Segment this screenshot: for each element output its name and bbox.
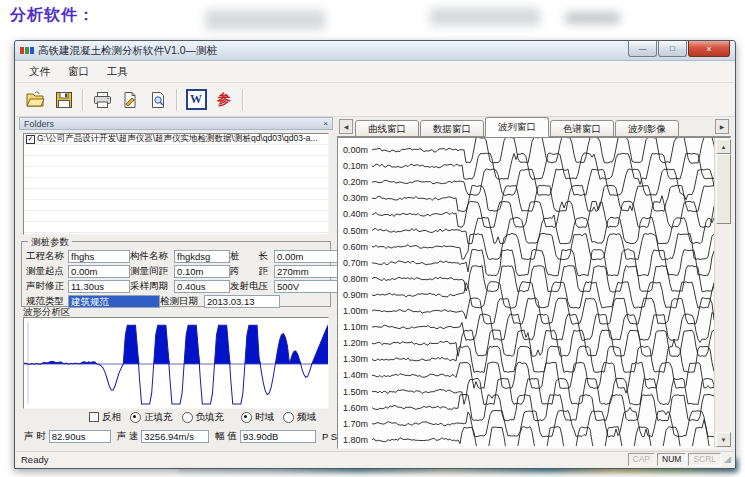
analysis-waveform [24, 318, 328, 408]
list-row [24, 178, 328, 189]
folders-panel-header: Folders × [19, 117, 333, 130]
time-domain-radio-wrap: 时域 [241, 411, 274, 424]
depth-label: 1.30m [343, 354, 373, 364]
scroll-down-icon[interactable]: ▼ [716, 432, 731, 447]
measure-interval-field[interactable]: 0.10m [174, 265, 230, 278]
tab-wave-train-image[interactable]: 波列影像 [615, 120, 679, 137]
page-magnifier-icon [149, 91, 167, 109]
maximize-button[interactable]: □ [658, 41, 687, 57]
fill-negative-radio[interactable] [182, 412, 193, 423]
lock-num: NUM [657, 453, 686, 466]
amplitude-field[interactable]: 93.90dB [240, 430, 316, 443]
waveform-analysis-canvas[interactable] [23, 317, 329, 409]
measure-start-label: 测量起点 [26, 265, 68, 278]
tab-scroll-left-icon[interactable]: ◀ [339, 119, 353, 134]
amplitude-label: 幅 值 [215, 430, 237, 443]
depth-label: 0.90m [343, 290, 373, 300]
folders-panel-title: Folders [24, 119, 54, 129]
depth-label: 0.10m [343, 161, 373, 171]
pile-length-label: 桩 长 [230, 250, 274, 263]
title-bar[interactable]: 高铁建混凝土检测分析软件V1.0—测桩 — □ × [15, 41, 735, 61]
depth-label: 0.30m [343, 193, 373, 203]
tab-spectrum-window[interactable]: 色谱窗口 [550, 120, 614, 137]
fill-positive-radio[interactable] [130, 412, 141, 423]
depth-label: 1.70m [343, 419, 373, 429]
depth-label: 1.50m [343, 387, 373, 397]
depth-label: 0.40m [343, 209, 373, 219]
open-file-button[interactable] [22, 87, 50, 113]
time-domain-radio[interactable] [241, 412, 252, 423]
toolbar-separator [242, 89, 244, 111]
test-date-field[interactable]: 2013.03.13 [204, 295, 280, 308]
menu-file[interactable]: 文件 [20, 63, 59, 81]
tab-strip: ◀曲线窗口数据窗口波列窗口色谱窗口波列影像▶ [337, 117, 731, 137]
background-smudge [565, 12, 620, 24]
transmit-voltage-label: 发射电压 [230, 280, 274, 293]
param-row: 规范类型建筑规范检测日期2013.03.13 [26, 294, 330, 308]
vertical-scrollbar[interactable]: ▲ ▼ [714, 138, 730, 448]
background-smudge [430, 8, 540, 26]
list-row [24, 211, 328, 222]
transmit-voltage-field[interactable]: 500V [274, 280, 340, 293]
standard-type-field[interactable]: 建筑规范 [68, 295, 160, 308]
measure-start-field[interactable]: 0.00m [68, 265, 130, 278]
depth-label: 0.80m [343, 274, 373, 284]
word-export-button[interactable]: W [182, 87, 210, 113]
depth-label: 1.80m [343, 435, 373, 445]
menu-tools[interactable]: 工具 [98, 63, 137, 81]
sound-time-correction-label: 声时修正 [26, 280, 68, 293]
span-distance-field[interactable]: 270mm [274, 265, 340, 278]
sound-time-correction-field[interactable]: 11.30us [68, 280, 130, 293]
list-row [24, 145, 328, 156]
pile-length-field[interactable]: 0.00m [274, 250, 340, 263]
time-domain-radio-label: 时域 [255, 411, 274, 424]
app-icon [20, 47, 34, 54]
parameters-button[interactable]: 参 [210, 87, 238, 113]
folder-checkbox[interactable]: ✓ [26, 135, 35, 144]
status-bar: Ready CAPNUMSCRL ◢ [16, 451, 734, 466]
invert-checkbox-wrap: 反相 [89, 411, 121, 424]
fill-positive-radio-label: 正填充 [144, 411, 173, 424]
list-row [24, 167, 328, 178]
depth-label: 1.40m [343, 370, 373, 380]
scroll-up-icon[interactable]: ▲ [716, 139, 731, 154]
sound-time-field[interactable]: 82.90us [49, 430, 111, 443]
printer-icon [93, 91, 112, 109]
tab-scroll-right-icon[interactable]: ▶ [715, 119, 729, 134]
invert-checkbox[interactable] [89, 412, 99, 422]
depth-label: 0.70m [343, 258, 373, 268]
sampling-period-field[interactable]: 0.40us [174, 280, 230, 293]
freq-domain-radio-label: 频域 [297, 411, 316, 424]
close-button[interactable]: × [688, 41, 730, 57]
freq-domain-radio[interactable] [283, 412, 294, 423]
resize-grip[interactable]: ◢ [724, 454, 731, 464]
folder-item[interactable]: ✓G:\公司产品设计开发\超声仪器\超声仪实地检测数据\测桩qd\qd03\qd… [24, 134, 328, 145]
export-report-button[interactable] [116, 87, 144, 113]
folders-list[interactable]: ✓G:\公司产品设计开发\超声仪器\超声仪实地检测数据\测桩qd\qd03\qd… [23, 133, 329, 235]
print-button[interactable] [88, 87, 116, 113]
scrollbar-thumb[interactable] [716, 154, 731, 224]
project-name-field[interactable]: fhghs [68, 250, 130, 263]
tab-data-window[interactable]: 数据窗口 [420, 120, 484, 137]
tab-wave-train-window[interactable]: 波列窗口 [485, 117, 549, 137]
preview-button[interactable] [144, 87, 172, 113]
param-row: 工程名称fhghs构件名称fhgkdsg桩 长0.00m [26, 249, 330, 263]
save-button[interactable] [50, 87, 78, 113]
pile-params-group: 测桩参数 工程名称fhghs构件名称fhgkdsg桩 长0.00m测量起点0.0… [21, 241, 331, 307]
project-name-label: 工程名称 [26, 250, 68, 263]
list-row [24, 233, 328, 235]
tab-curve-window[interactable]: 曲线窗口 [355, 120, 419, 137]
window-title: 高铁建混凝土检测分析软件V1.0—测桩 [38, 44, 217, 58]
screenshot-root: 分析软件： 高铁建混凝土检测分析软件V1.0—测桩 — □ × 文件窗口工具 [0, 0, 745, 477]
list-row [24, 189, 328, 200]
component-name-field[interactable]: fhgkdsg [174, 250, 230, 263]
lock-indicators: CAPNUMSCRL [626, 453, 722, 466]
depth-label: 0.50m [343, 226, 373, 236]
sampling-period-label: 采样周期 [130, 280, 174, 293]
sound-velocity-field[interactable]: 3256.94m/s [141, 430, 209, 443]
folders-close-icon[interactable]: × [323, 119, 328, 128]
minimize-button[interactable]: — [628, 41, 657, 57]
toolbar-separator [82, 89, 84, 111]
fill-positive-radio-wrap: 正填充 [130, 411, 173, 424]
menu-window[interactable]: 窗口 [59, 63, 98, 81]
